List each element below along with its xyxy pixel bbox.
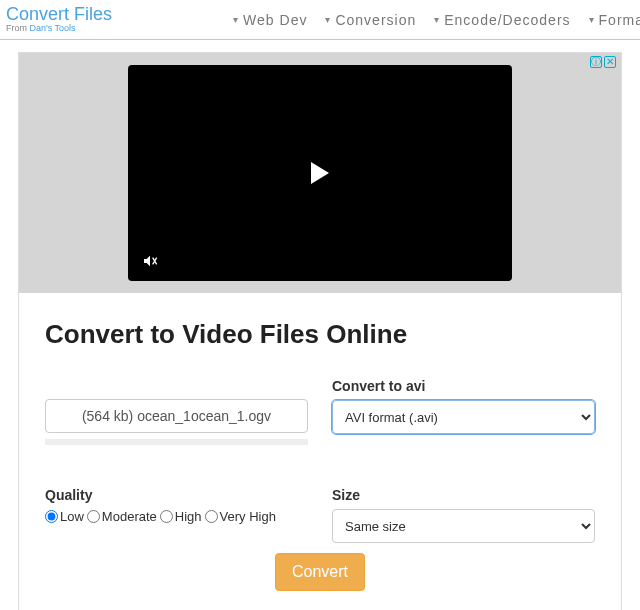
quality-radio-low[interactable] <box>45 510 58 523</box>
chevron-down-icon: ▾ <box>434 14 440 25</box>
upload-progress <box>45 439 308 445</box>
chevron-down-icon: ▾ <box>325 14 331 25</box>
nav-encode-decoders[interactable]: ▾Encode/Decoders <box>434 12 570 28</box>
quality-column: Quality Low Moderate High Very High <box>45 487 308 543</box>
ad-controls: ⓘ ✕ <box>590 56 616 68</box>
nav-label: Conversion <box>335 12 416 28</box>
play-icon[interactable] <box>311 162 329 184</box>
chevron-down-icon: ▾ <box>589 14 595 25</box>
main-card: ⓘ ✕ Convert to Video Files Online (564 k… <box>18 52 622 610</box>
file-display-text: (564 kb) ocean_1ocean_1.ogv <box>82 408 271 424</box>
quality-radio-moderate[interactable] <box>87 510 100 523</box>
mute-icon[interactable] <box>142 253 158 269</box>
nav-conversion[interactable]: ▾Conversion <box>325 12 416 28</box>
brand[interactable]: Convert Files From Dan's Tools <box>6 5 112 33</box>
size-column: Size Same size <box>332 487 595 543</box>
brand-sub-prefix: From <box>6 23 30 33</box>
brand-title: Convert Files <box>6 5 112 24</box>
quality-option-high[interactable]: High <box>160 509 202 524</box>
brand-subtitle: From Dan's Tools <box>6 24 112 33</box>
quality-radio-veryhigh[interactable] <box>205 510 218 523</box>
radio-label: Very High <box>220 509 276 524</box>
nav-formatters[interactable]: ▾Forma <box>589 12 640 28</box>
quality-option-moderate[interactable]: Moderate <box>87 509 157 524</box>
size-label: Size <box>332 487 595 503</box>
ad-banner: ⓘ ✕ <box>19 53 621 293</box>
quality-radios: Low Moderate High Very High <box>45 509 308 524</box>
ad-close-icon[interactable]: ✕ <box>604 56 616 68</box>
brand-sub-link[interactable]: Dan's Tools <box>30 23 76 33</box>
radio-label: Low <box>60 509 84 524</box>
nav-label: Encode/Decoders <box>444 12 570 28</box>
nav-webdev[interactable]: ▾Web Dev <box>233 12 307 28</box>
quality-label: Quality <box>45 487 308 503</box>
top-navbar: Convert Files From Dan's Tools ▾Web Dev … <box>0 0 640 40</box>
radio-label: Moderate <box>102 509 157 524</box>
quality-radio-high[interactable] <box>160 510 173 523</box>
file-display[interactable]: (564 kb) ocean_1ocean_1.ogv <box>45 399 308 433</box>
ad-info-icon[interactable]: ⓘ <box>590 56 602 68</box>
quality-option-low[interactable]: Low <box>45 509 84 524</box>
format-column: Convert to avi AVI format (.avi) <box>332 378 595 445</box>
file-column: (564 kb) ocean_1ocean_1.ogv <box>45 378 308 445</box>
size-select[interactable]: Same size <box>332 509 595 543</box>
nav-items: ▾Web Dev ▾Conversion ▾Encode/Decoders ▾F… <box>233 12 640 28</box>
radio-label: High <box>175 509 202 524</box>
nav-label: Forma <box>599 12 640 28</box>
convert-button[interactable]: Convert <box>275 553 365 591</box>
form-area: Convert to Video Files Online (564 kb) o… <box>19 293 621 610</box>
nav-label: Web Dev <box>243 12 307 28</box>
chevron-down-icon: ▾ <box>233 14 239 25</box>
format-select[interactable]: AVI format (.avi) <box>332 400 595 434</box>
video-player[interactable] <box>128 65 512 281</box>
convert-to-label: Convert to avi <box>332 378 595 394</box>
quality-option-veryhigh[interactable]: Very High <box>205 509 276 524</box>
page-title: Convert to Video Files Online <box>45 319 595 350</box>
